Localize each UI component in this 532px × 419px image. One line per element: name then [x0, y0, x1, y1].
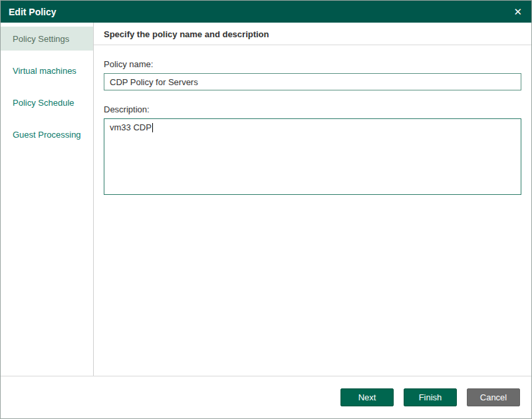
description-textarea[interactable]: vm33 CDP [104, 118, 521, 195]
description-label: Description: [104, 104, 521, 114]
sidebar-item-policy-settings[interactable]: Policy Settings [1, 27, 93, 51]
window-title: Edit Policy [9, 7, 57, 17]
sidebar-item-label: Policy Schedule [13, 98, 74, 108]
next-button[interactable]: Next [340, 388, 394, 406]
close-icon[interactable]: ✕ [513, 7, 522, 17]
sidebar-item-label: Policy Settings [13, 34, 69, 44]
sidebar-item-policy-schedule[interactable]: Policy Schedule [1, 90, 93, 114]
footer-button-bar: Next Finish Cancel [1, 376, 531, 418]
description-text: vm33 CDP [110, 122, 152, 132]
sidebar-item-guest-processing[interactable]: Guest Processing [1, 122, 93, 146]
policy-name-label: Policy name: [104, 59, 521, 69]
edit-policy-dialog: Edit Policy ✕ Policy Settings Virtual ma… [0, 0, 532, 419]
policy-form: Policy name: Description: vm33 CDP [94, 45, 531, 195]
sidebar-item-label: Virtual machines [13, 66, 76, 76]
cancel-button[interactable]: Cancel [467, 388, 520, 406]
wizard-steps-sidebar: Policy Settings Virtual machines Policy … [1, 23, 94, 376]
policy-name-input[interactable] [104, 73, 521, 90]
finish-button[interactable]: Finish [404, 388, 457, 406]
sidebar-item-label: Guest Processing [13, 130, 81, 140]
sidebar-item-virtual-machines[interactable]: Virtual machines [1, 59, 93, 82]
content-pane: Specify the policy name and description … [94, 23, 531, 376]
page-title: Specify the policy name and description [94, 23, 531, 45]
text-caret [152, 123, 153, 132]
dialog-body: Policy Settings Virtual machines Policy … [1, 23, 531, 376]
title-bar: Edit Policy ✕ [1, 1, 531, 23]
